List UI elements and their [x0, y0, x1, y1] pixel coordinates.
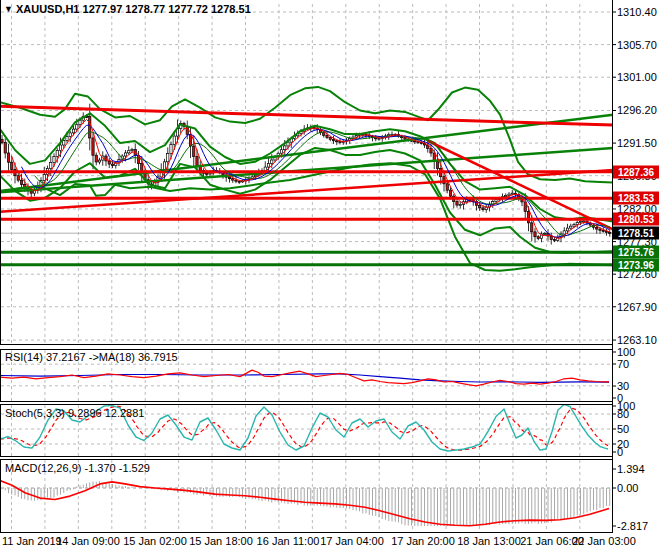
- rsi-indicator-label: RSI(14) 37.2167 ->MA(18) 36.7915: [5, 351, 178, 363]
- macd-axis-label: -2.817: [617, 520, 648, 532]
- time-axis-label: 15 Jan 18:00: [189, 535, 253, 547]
- chart-title: ▼XAUUSD,H1 1277.97 1278.77 1277.72 1278.…: [4, 3, 251, 15]
- pane-splitter-macd[interactable]: [0, 456, 612, 460]
- price-axis-label: 1267.90: [617, 301, 657, 313]
- time-axis-label: 11 Jan 2019: [2, 535, 62, 547]
- stoch-axis-label: 0: [617, 446, 623, 458]
- time-axis-label: 18 Jan 13:00: [457, 535, 521, 547]
- rsi-axis-label: 100: [617, 346, 635, 358]
- time-axis-label: 17 Jan 20:00: [391, 535, 455, 547]
- price-level-badge: 1275.76: [613, 246, 659, 259]
- time-axis-label: 22 Jan 03:00: [572, 535, 636, 547]
- pane-splitter-rsi[interactable]: [0, 344, 612, 350]
- chart-dropdown-icon[interactable]: ▼: [4, 4, 13, 14]
- price-level-badge: 1280.53: [613, 213, 659, 226]
- stoch-axis-label: 80: [617, 408, 629, 420]
- time-axis-line: [0, 532, 613, 533]
- price-axis-label: 1296.20: [617, 104, 657, 116]
- macd-axis-label: 1.394: [617, 463, 645, 475]
- stoch-indicator-label: Stoch(5,3,3) 9.2896 12.2881: [5, 407, 144, 419]
- price-level-badge: 1283.53: [613, 192, 659, 205]
- chart-title-text: XAUUSD,H1 1277.97 1278.77 1277.72 1278.5…: [16, 3, 251, 15]
- price-axis-label: 1310.40: [617, 6, 657, 18]
- time-axis-label: 17 Jan 04:00: [320, 535, 384, 547]
- price-level-badge: 1278.51: [613, 227, 659, 240]
- time-axis-label: 15 Jan 02:00: [123, 535, 187, 547]
- price-axis-label: 1305.70: [617, 39, 657, 51]
- price-axis-label: 1291.50: [617, 137, 657, 149]
- price-axis-label: 1263.10: [617, 334, 657, 346]
- price-level-badge: 1273.96: [613, 258, 659, 271]
- time-axis-label: 14 Jan 09:00: [56, 535, 120, 547]
- chart-canvas[interactable]: [0, 0, 660, 560]
- price-axis-label: 1301.00: [617, 71, 657, 83]
- time-axis-label: 16 Jan 11:00: [257, 535, 320, 547]
- chart-left-border: [0, 0, 1, 532]
- trading-chart-window: ▼XAUUSD,H1 1277.97 1278.77 1277.72 1278.…: [0, 0, 660, 560]
- rsi-axis-label: 30: [617, 380, 629, 392]
- stoch-axis-label: 50: [617, 423, 629, 435]
- rsi-axis-label: 70: [617, 358, 629, 370]
- macd-axis-label: 0.00: [617, 482, 638, 494]
- price-level-badge: 1287.36: [613, 165, 659, 178]
- macd-indicator-label: MACD(12,26,9) -1.370 -1.529: [5, 462, 150, 474]
- pane-splitter-stoch[interactable]: [0, 401, 612, 405]
